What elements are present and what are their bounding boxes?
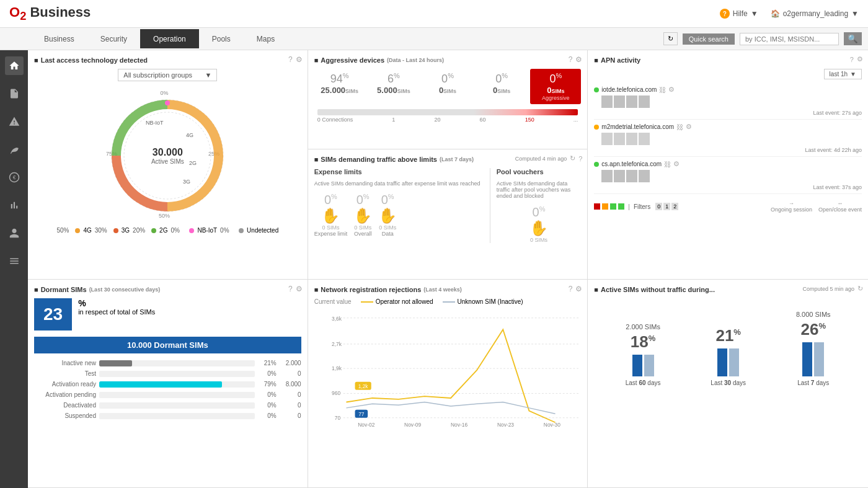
refresh-button[interactable]: ↻ — [663, 32, 678, 45]
apn-row-1: iotde.telefonica.com ⛓ ⚙ — [594, 82, 862, 120]
help-section[interactable]: ? Hilfe ▼ — [720, 9, 758, 19]
svg-text:Nov-09: Nov-09 — [404, 422, 421, 428]
traffic-bars-7 — [796, 342, 831, 376]
badge: ? — [720, 9, 730, 19]
divider — [490, 168, 490, 243]
aggressive-bar: 0 Connections 1 20 60 150 ... — [317, 109, 578, 123]
sidebar-icon-home[interactable] — [5, 56, 24, 75]
sidebar-icon-cube[interactable] — [5, 140, 24, 159]
question-icon[interactable]: ? — [288, 55, 293, 64]
rejection-chart-svg: 3,6k 2,7k 1,9k 960 70 — [314, 308, 582, 432]
apn-bars-3 — [601, 170, 862, 182]
refresh-icon2[interactable]: ↻ — [857, 285, 863, 293]
settings-apn-3: ⚙ — [673, 160, 680, 168]
right-column: ■ APN activity ? ⚙ last 1h ▼ — [588, 50, 868, 488]
apn-bars-2 — [601, 133, 862, 145]
traffic-cards: 2.000 SIMs 18% Last 60 days 21% — [594, 298, 862, 399]
chart-area: 3,6k 2,7k 1,9k 960 70 — [314, 308, 582, 432]
settings-icon5[interactable]: ⚙ — [575, 285, 582, 293]
center-label: Active SIMs — [151, 158, 184, 165]
settings-icon6[interactable]: ⚙ — [857, 55, 863, 63]
logo: O2 Business — [9, 4, 91, 23]
link-icon-1: ⛓ — [659, 86, 666, 94]
tab-business[interactable]: Business — [31, 29, 87, 48]
bar-deactivated: Deactivated 0% 0 — [34, 402, 301, 409]
dormant-total-button[interactable]: 10.000 Dormant SIMs — [34, 337, 301, 353]
dormant-number: 23 — [34, 298, 72, 331]
link-icon-2: ⛓ — [676, 123, 683, 131]
apn-panel: ■ APN activity ? ⚙ last 1h ▼ — [588, 50, 868, 280]
tab-pools[interactable]: Pools — [199, 29, 244, 48]
navbar: Business Security Operation Pools Maps ↻… — [0, 28, 868, 50]
aggressive-devices-list: 94% 25.000SIMs 6% 5.000SIMs 0% 0SIMs 0 — [314, 69, 582, 104]
question-icon3[interactable]: ? — [569, 55, 573, 64]
settings-apn-2: ⚙ — [686, 123, 692, 131]
last-access-title: ■ Last access technology detected — [34, 56, 301, 64]
svg-point-9 — [165, 100, 170, 105]
navbar-right: ↻ Quick search 🔍 — [663, 32, 868, 45]
chevron-down-icon: ▼ — [205, 71, 211, 79]
logo-business: Business — [30, 4, 91, 20]
home-section[interactable]: 🏠 o2germany_leading ▼ — [771, 9, 859, 18]
tab-operation[interactable]: Operation — [140, 29, 199, 48]
sidebar-icon-coin[interactable]: € — [5, 168, 24, 187]
svg-text:NB-IoT: NB-IoT — [146, 120, 164, 126]
apn-time-dropdown[interactable]: last 1h ▼ — [824, 69, 862, 79]
sidebar-icon-warning[interactable] — [5, 112, 24, 131]
dormant-panel-icons: ? ⚙ — [288, 285, 303, 293]
settings-icon3[interactable]: ⚙ — [575, 55, 582, 64]
main: € ■ Last access technology detected — [0, 50, 868, 488]
sidebar-icon-document[interactable] — [5, 84, 24, 103]
header-right: ? Hilfe ▼ 🏠 o2germany_leading ▼ — [720, 9, 859, 19]
home-label: o2germany_leading — [783, 9, 848, 18]
settings-icon2[interactable]: ⚙ — [296, 285, 303, 293]
apn-status-2 — [594, 125, 599, 130]
tab-maps[interactable]: Maps — [244, 29, 288, 48]
dormant-desc: % in respect of total of SIMs — [78, 298, 155, 316]
bar-activation-ready: Activation ready 79% 8.000 — [34, 381, 301, 388]
sidebar: € — [0, 50, 28, 488]
sims-demanding-icons: Computed 4 min ago ↻ ? — [515, 154, 583, 162]
question-icon5[interactable]: ? — [569, 285, 573, 293]
apn-name-2: m2mdetrial.telefonica.com ⛓ ⚙ — [594, 123, 862, 153]
svg-text:70: 70 — [334, 415, 340, 421]
filter-numbers: 0 1 2 — [655, 203, 678, 210]
svg-text:1,2k: 1,2k — [358, 383, 368, 389]
search-submit-button[interactable]: 🔍 — [844, 32, 862, 45]
quick-search-button[interactable]: Quick search — [683, 33, 735, 45]
legend-undetected: 0% Undetected — [220, 227, 278, 234]
pool-card-1: 0% ✋ 0 SIMs — [497, 205, 582, 243]
network-panel-icons: ? ⚙ — [569, 285, 583, 293]
header: O2 Business ? Hilfe ▼ 🏠 o2germany_leadin… — [0, 0, 868, 28]
apn-bars-1 — [601, 95, 862, 108]
sidebar-icon-chart[interactable] — [5, 196, 24, 215]
agg-device-4: 0% 0SIMs — [476, 69, 527, 104]
bullet6: ■ — [594, 56, 598, 64]
svg-text:0%: 0% — [161, 90, 169, 96]
svg-text:2,7k: 2,7k — [332, 341, 342, 347]
sims-demanding-panel: ■ SIMs demanding traffic above limits (L… — [308, 149, 588, 280]
sims-demanding-content: Expense limits Active SIMs demanding dat… — [314, 168, 582, 243]
apn-name-3: cs.apn.telefonica.com ⛓ ⚙ — [594, 160, 862, 190]
filter-dropdown[interactable]: All subscription groups ▼ — [118, 69, 217, 81]
expense-card-1: 0% ✋ 0 SIMs Expense limit — [314, 193, 348, 237]
settings-icon[interactable]: ⚙ — [296, 55, 303, 64]
bar-inactive-new: Inactive new 21% 2.000 — [34, 360, 301, 366]
bullet: ■ — [34, 56, 38, 64]
refresh-icon[interactable]: ↻ — [570, 154, 575, 162]
legend-unknown: Unknown SIM (Inactive) — [443, 298, 523, 305]
sidebar-icon-person[interactable] — [5, 224, 24, 242]
legend-nbiot: 0% NB-IoT — [170, 227, 217, 234]
search-input[interactable] — [740, 33, 839, 45]
sidebar-icon-list[interactable] — [5, 252, 24, 270]
dropdown-arrow: ▼ — [850, 71, 856, 78]
question-icon6[interactable]: ? — [850, 56, 854, 63]
apn-name-1: iotde.telefonica.com ⛓ ⚙ — [594, 86, 862, 116]
question-icon4[interactable]: ? — [578, 155, 582, 162]
question-icon2[interactable]: ? — [288, 285, 293, 293]
legend-3g: 30% 3G — [95, 227, 130, 234]
expense-card-3: 0% ✋ 0 SIMs Data — [378, 193, 397, 237]
chart-legend: Current value Operator not allowed Unkno… — [314, 298, 582, 305]
filters-label[interactable]: Filters — [634, 203, 650, 210]
tab-security[interactable]: Security — [87, 29, 140, 48]
